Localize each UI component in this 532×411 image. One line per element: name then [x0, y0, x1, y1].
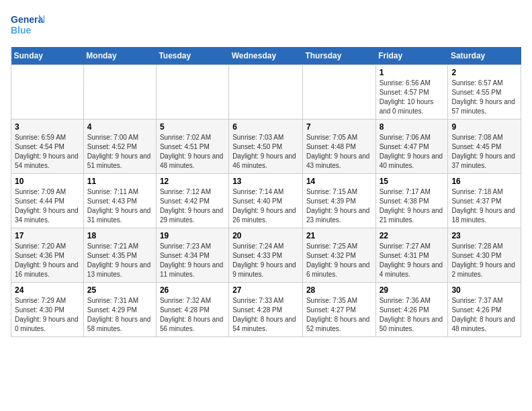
day-number: 28 [306, 285, 372, 295]
calendar-cell: 10Sunrise: 7:09 AM Sunset: 4:44 PM Dayli… [11, 174, 84, 228]
day-info: Sunrise: 7:05 AM Sunset: 4:48 PM Dayligh… [306, 133, 372, 171]
calendar-cell: 25Sunrise: 7:31 AM Sunset: 4:29 PM Dayli… [83, 283, 156, 337]
calendar-cell: 6Sunrise: 7:03 AM Sunset: 4:50 PM Daylig… [229, 120, 303, 174]
day-number: 12 [160, 177, 225, 186]
day-info: Sunrise: 7:14 AM Sunset: 4:40 PM Dayligh… [232, 187, 299, 225]
calendar-cell [302, 65, 375, 120]
day-info: Sunrise: 7:25 AM Sunset: 4:32 PM Dayligh… [306, 242, 372, 279]
day-info: Sunrise: 7:17 AM Sunset: 4:38 PM Dayligh… [380, 187, 445, 225]
day-number: 16 [451, 177, 517, 186]
day-info: Sunrise: 6:56 AM Sunset: 4:57 PM Dayligh… [380, 79, 445, 116]
day-number: 10 [15, 177, 80, 186]
calendar-cell [11, 65, 84, 120]
day-number: 30 [451, 285, 517, 295]
day-number: 1 [380, 68, 445, 77]
day-number: 26 [160, 285, 225, 295]
day-info: Sunrise: 7:36 AM Sunset: 4:26 PM Dayligh… [380, 296, 445, 334]
day-info: Sunrise: 7:35 AM Sunset: 4:27 PM Dayligh… [306, 296, 372, 334]
calendar-week-row: 10Sunrise: 7:09 AM Sunset: 4:44 PM Dayli… [11, 174, 521, 228]
day-info: Sunrise: 7:21 AM Sunset: 4:35 PM Dayligh… [87, 242, 152, 279]
day-number: 2 [451, 68, 517, 77]
day-info: Sunrise: 7:31 AM Sunset: 4:29 PM Dayligh… [87, 296, 152, 334]
day-info: Sunrise: 7:20 AM Sunset: 4:36 PM Dayligh… [15, 242, 80, 279]
day-number: 13 [232, 177, 299, 186]
day-of-week-header: Wednesday [229, 47, 303, 65]
calendar-cell: 29Sunrise: 7:36 AM Sunset: 4:26 PM Dayli… [375, 283, 448, 337]
calendar-cell: 7Sunrise: 7:05 AM Sunset: 4:48 PM Daylig… [302, 120, 375, 174]
header: General Blue [11, 11, 521, 40]
day-number: 3 [15, 122, 80, 132]
calendar-week-row: 1Sunrise: 6:56 AM Sunset: 4:57 PM Daylig… [11, 65, 521, 120]
day-info: Sunrise: 6:59 AM Sunset: 4:54 PM Dayligh… [15, 133, 80, 171]
calendar-cell: 11Sunrise: 7:11 AM Sunset: 4:43 PM Dayli… [83, 174, 156, 228]
day-of-week-header: Thursday [302, 47, 375, 65]
calendar-cell: 20Sunrise: 7:24 AM Sunset: 4:33 PM Dayli… [229, 228, 303, 283]
day-number: 4 [87, 122, 152, 132]
day-info: Sunrise: 7:12 AM Sunset: 4:42 PM Dayligh… [160, 187, 225, 225]
day-number: 14 [306, 177, 372, 186]
calendar-cell: 19Sunrise: 7:23 AM Sunset: 4:34 PM Dayli… [156, 228, 228, 283]
day-number: 25 [87, 285, 152, 295]
day-number: 29 [380, 285, 445, 295]
day-info: Sunrise: 7:27 AM Sunset: 4:31 PM Dayligh… [380, 242, 445, 279]
calendar-cell: 2Sunrise: 6:57 AM Sunset: 4:55 PM Daylig… [448, 65, 521, 120]
day-info: Sunrise: 7:00 AM Sunset: 4:52 PM Dayligh… [87, 133, 152, 171]
day-number: 23 [451, 231, 517, 240]
day-number: 21 [306, 231, 372, 240]
calendar-cell: 26Sunrise: 7:32 AM Sunset: 4:28 PM Dayli… [156, 283, 228, 337]
day-info: Sunrise: 7:28 AM Sunset: 4:30 PM Dayligh… [451, 242, 517, 279]
day-number: 22 [380, 231, 445, 240]
calendar-cell: 15Sunrise: 7:17 AM Sunset: 4:38 PM Dayli… [375, 174, 448, 228]
day-number: 5 [160, 122, 225, 132]
day-number: 24 [15, 285, 80, 295]
day-number: 8 [380, 122, 445, 132]
calendar-cell [156, 65, 228, 120]
day-info: Sunrise: 7:29 AM Sunset: 4:30 PM Dayligh… [15, 296, 80, 334]
logo-svg: General Blue [11, 11, 44, 40]
day-info: Sunrise: 7:02 AM Sunset: 4:51 PM Dayligh… [160, 133, 225, 171]
day-number: 11 [87, 177, 152, 186]
day-number: 6 [232, 122, 299, 132]
calendar-cell: 18Sunrise: 7:21 AM Sunset: 4:35 PM Dayli… [83, 228, 156, 283]
calendar-cell: 28Sunrise: 7:35 AM Sunset: 4:27 PM Dayli… [302, 283, 375, 337]
day-info: Sunrise: 7:23 AM Sunset: 4:34 PM Dayligh… [160, 242, 225, 279]
svg-text:Blue: Blue [11, 25, 32, 36]
day-number: 20 [232, 231, 299, 240]
calendar-cell: 24Sunrise: 7:29 AM Sunset: 4:30 PM Dayli… [11, 283, 84, 337]
calendar-cell [229, 65, 303, 120]
day-info: Sunrise: 7:18 AM Sunset: 4:37 PM Dayligh… [451, 187, 517, 225]
day-number: 15 [380, 177, 445, 186]
calendar-week-row: 17Sunrise: 7:20 AM Sunset: 4:36 PM Dayli… [11, 228, 521, 283]
calendar-cell: 17Sunrise: 7:20 AM Sunset: 4:36 PM Dayli… [11, 228, 84, 283]
calendar-cell: 27Sunrise: 7:33 AM Sunset: 4:28 PM Dayli… [229, 283, 303, 337]
day-info: Sunrise: 7:15 AM Sunset: 4:39 PM Dayligh… [306, 187, 372, 225]
calendar-week-row: 24Sunrise: 7:29 AM Sunset: 4:30 PM Dayli… [11, 283, 521, 337]
calendar-cell: 22Sunrise: 7:27 AM Sunset: 4:31 PM Dayli… [375, 228, 448, 283]
day-info: Sunrise: 7:32 AM Sunset: 4:28 PM Dayligh… [160, 296, 225, 334]
day-info: Sunrise: 7:08 AM Sunset: 4:45 PM Dayligh… [451, 133, 517, 171]
calendar-cell: 8Sunrise: 7:06 AM Sunset: 4:47 PM Daylig… [375, 120, 448, 174]
calendar-cell: 4Sunrise: 7:00 AM Sunset: 4:52 PM Daylig… [83, 120, 156, 174]
day-number: 19 [160, 231, 225, 240]
calendar-cell: 14Sunrise: 7:15 AM Sunset: 4:39 PM Dayli… [302, 174, 375, 228]
day-info: Sunrise: 7:24 AM Sunset: 4:33 PM Dayligh… [232, 242, 299, 279]
calendar-cell: 3Sunrise: 6:59 AM Sunset: 4:54 PM Daylig… [11, 120, 84, 174]
calendar-cell: 23Sunrise: 7:28 AM Sunset: 4:30 PM Dayli… [448, 228, 521, 283]
day-number: 18 [87, 231, 152, 240]
calendar-cell: 16Sunrise: 7:18 AM Sunset: 4:37 PM Dayli… [448, 174, 521, 228]
day-info: Sunrise: 7:37 AM Sunset: 4:26 PM Dayligh… [451, 296, 517, 334]
calendar-week-row: 3Sunrise: 6:59 AM Sunset: 4:54 PM Daylig… [11, 120, 521, 174]
day-of-week-header: Saturday [448, 47, 521, 65]
day-number: 27 [232, 285, 299, 295]
day-info: Sunrise: 7:11 AM Sunset: 4:43 PM Dayligh… [87, 187, 152, 225]
header-row: SundayMondayTuesdayWednesdayThursdayFrid… [11, 47, 521, 65]
calendar-cell [83, 65, 156, 120]
day-of-week-header: Monday [83, 47, 156, 65]
logo: General Blue [11, 11, 44, 40]
day-number: 9 [451, 122, 517, 132]
day-of-week-header: Sunday [11, 47, 84, 65]
day-info: Sunrise: 7:33 AM Sunset: 4:28 PM Dayligh… [232, 296, 299, 334]
day-of-week-header: Friday [375, 47, 448, 65]
day-number: 7 [306, 122, 372, 132]
calendar-cell: 21Sunrise: 7:25 AM Sunset: 4:32 PM Dayli… [302, 228, 375, 283]
